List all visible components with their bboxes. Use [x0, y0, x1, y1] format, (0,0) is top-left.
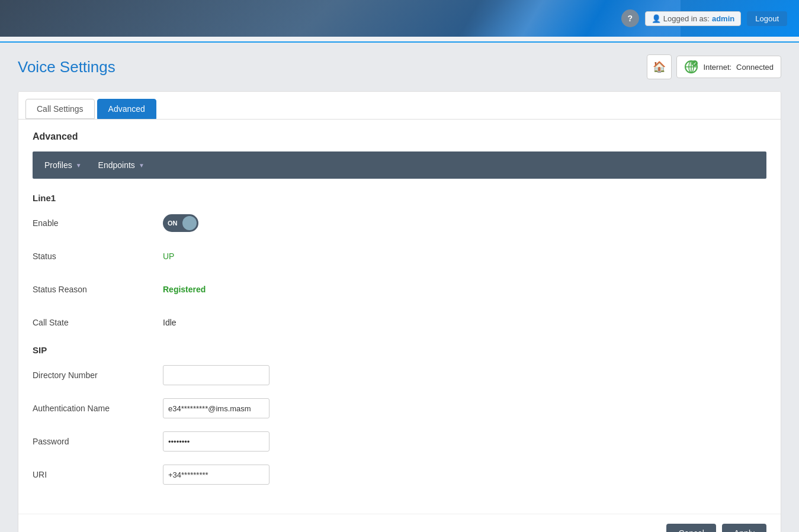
toggle-knob: [182, 216, 197, 230]
status-reason-value: Registered: [163, 285, 206, 294]
sub-header-bar: [0, 37, 799, 43]
endpoints-label: Endpoints: [98, 160, 135, 170]
enable-toggle-container[interactable]: ON: [163, 214, 198, 232]
logged-in-badge: 👤 Logged in as: admin: [645, 11, 741, 26]
svg-text:✓: ✓: [693, 62, 697, 66]
enable-toggle[interactable]: ON: [163, 214, 198, 232]
call-state-label: Call State: [33, 318, 163, 327]
directory-number-input[interactable]: [163, 365, 269, 385]
auth-name-row: Authentication Name: [33, 398, 766, 419]
auth-name-label: Authentication Name: [33, 404, 163, 413]
tabs-container: Call Settings Advanced: [18, 92, 781, 120]
advanced-heading: Advanced: [33, 131, 766, 142]
home-button[interactable]: 🏠: [647, 54, 672, 79]
auth-name-input[interactable]: [163, 398, 269, 418]
directory-number-row: Directory Number: [33, 365, 766, 386]
page-title: Voice Settings: [18, 58, 115, 76]
uri-label: URI: [33, 470, 163, 479]
password-input[interactable]: [163, 431, 269, 452]
profiles-label: Profiles: [44, 160, 72, 170]
internet-icon: ✓: [684, 60, 698, 74]
main-content: Voice Settings 🏠 ✓ Internet: Connected: [0, 43, 799, 532]
toggle-state-label: ON: [168, 220, 178, 227]
endpoints-chevron-icon: ▼: [139, 162, 145, 169]
status-value: UP: [163, 252, 174, 261]
password-label: Password: [33, 437, 163, 446]
cancel-button[interactable]: Cancel: [666, 524, 716, 532]
apply-button[interactable]: Apply: [722, 524, 766, 532]
internet-status-value: Connected: [736, 63, 774, 72]
tab-call-settings[interactable]: Call Settings: [25, 99, 95, 119]
form-actions: Cancel Apply: [18, 514, 781, 532]
internet-status-badge: ✓ Internet: Connected: [676, 56, 781, 78]
enable-row: Enable ON: [33, 212, 766, 234]
logout-button[interactable]: Logout: [747, 11, 787, 26]
logged-in-prefix: Logged in as:: [663, 14, 710, 23]
user-icon: 👤: [652, 14, 661, 23]
sip-title: SIP: [33, 345, 766, 355]
admin-name: admin: [712, 14, 734, 23]
sub-nav-endpoints[interactable]: Endpoints ▼: [91, 156, 152, 175]
password-row: Password: [33, 431, 766, 452]
uri-input[interactable]: [163, 465, 269, 485]
call-state-row: Call State Idle: [33, 312, 766, 333]
status-label: Status: [33, 252, 163, 261]
status-row: Status UP: [33, 246, 766, 267]
uri-row: URI: [33, 464, 766, 485]
advanced-section: Advanced Profiles ▼ Endpoints ▼ Line1 En…: [18, 120, 781, 509]
line1-title: Line1: [33, 193, 766, 203]
status-reason-row: Status Reason Registered: [33, 279, 766, 300]
tab-advanced[interactable]: Advanced: [97, 99, 156, 119]
header: ? 👤 Logged in as: admin Logout: [0, 0, 799, 37]
page-title-row: Voice Settings 🏠 ✓ Internet: Connected: [18, 54, 781, 79]
status-bar: 🏠 ✓ Internet: Connected: [647, 54, 781, 79]
sub-nav: Profiles ▼ Endpoints ▼: [33, 151, 766, 179]
profiles-chevron-icon: ▼: [76, 162, 82, 169]
internet-label: Internet:: [703, 63, 731, 72]
status-reason-label: Status Reason: [33, 285, 163, 294]
settings-card: Call Settings Advanced Advanced Profiles…: [18, 91, 781, 532]
help-button[interactable]: ?: [621, 9, 639, 27]
call-state-value: Idle: [163, 318, 177, 327]
directory-number-label: Directory Number: [33, 370, 163, 380]
enable-label: Enable: [33, 218, 163, 228]
sub-nav-profiles[interactable]: Profiles ▼: [37, 156, 89, 175]
header-actions: ? 👤 Logged in as: admin Logout: [621, 9, 787, 27]
